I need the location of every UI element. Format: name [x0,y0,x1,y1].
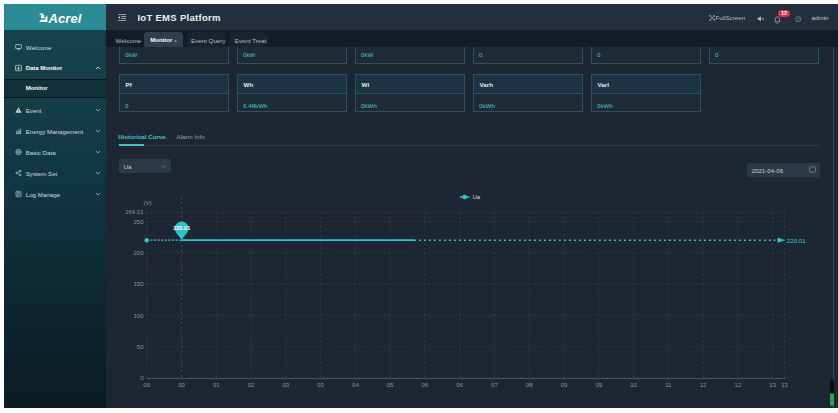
svg-text:13: 13 [781,382,788,388]
svg-text:100: 100 [133,313,144,319]
svg-text:13: 13 [769,382,776,388]
svg-text:220.01: 220.01 [787,237,806,244]
svg-text:0: 0 [140,375,144,381]
svg-text:08: 08 [526,382,533,388]
svg-text:05: 05 [387,382,394,388]
svg-text:50: 50 [137,344,144,350]
svg-text:04: 04 [352,382,359,388]
svg-text:00: 00 [178,382,185,388]
svg-text:02: 02 [248,382,255,388]
svg-text:150: 150 [133,281,144,287]
svg-text:264.01: 264.01 [125,209,144,215]
svg-text:12: 12 [700,382,707,388]
svg-text:06: 06 [456,382,463,388]
svg-text:200: 200 [133,250,144,256]
svg-text:250: 250 [133,219,144,225]
svg-text:09: 09 [561,382,568,388]
svg-text:00: 00 [143,382,150,388]
svg-text:09: 09 [595,382,602,388]
svg-text:01: 01 [213,382,220,388]
svg-text:11: 11 [665,382,672,388]
svg-text:10: 10 [630,382,637,388]
svg-text:12: 12 [735,382,742,388]
svg-text:(V): (V) [144,200,152,206]
svg-text:07: 07 [491,382,498,388]
svg-text:?: ? [797,17,799,21]
svg-text:03: 03 [317,382,324,388]
svg-text:220.01: 220.01 [173,225,190,231]
svg-text:03: 03 [282,382,289,388]
svg-text:06: 06 [422,382,429,388]
svg-text:Ua: Ua [472,193,480,200]
